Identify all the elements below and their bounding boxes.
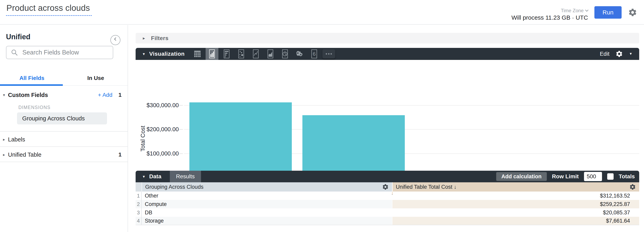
plot-area [184,99,639,178]
dimension-cell[interactable]: Compute [142,200,392,208]
process-info-text: Will process 11.23 GB · UTC [512,14,588,21]
y-tick-mark [179,105,183,105]
tab-results[interactable]: Results [170,171,201,182]
filters-section-header[interactable]: ▸ Filters [136,33,639,44]
viz-edit-button[interactable]: Edit [600,51,610,57]
top-bar: Product across clouds Time Zone Will pro… [0,0,644,25]
viz-type-line-icon[interactable] [250,48,262,60]
results-table: Grouping Across Clouds Unified Table Tot… [136,182,639,225]
viz-type-column-icon[interactable] [206,48,218,60]
row-number: 2 [136,200,142,208]
table-row: 1Other$312,163.52 [136,191,639,200]
column-header-label: Grouping Across Clouds [145,184,204,190]
search-input[interactable] [22,49,113,56]
custom-fields-count: 1 [112,92,128,98]
run-button[interactable]: Run [594,6,622,19]
chart-bar-compute[interactable] [302,115,405,178]
visualization-label: Visualization [149,51,184,57]
dimension-cell[interactable]: Other [142,191,392,200]
row-number: 4 [136,217,142,225]
unified-table-section-header[interactable]: ▸ Unified Table 1 [0,149,128,161]
dimensions-group-label: DIMENSIONS [18,105,50,110]
data-label: Data [149,173,162,180]
add-custom-field-button[interactable]: + Add [98,92,112,98]
y-tick-mark [179,129,183,130]
caret-down-icon: ▾ [143,174,145,179]
caret-down-icon[interactable]: ▾ [0,92,8,97]
viz-type-map-icon[interactable] [293,48,306,60]
viz-type-pie-icon[interactable] [278,48,292,60]
viz-type-single-value-icon[interactable]: 6 [308,48,320,60]
viz-type-scatter-icon[interactable] [235,48,248,60]
chart-bar-other[interactable] [190,102,292,178]
row-limit-input[interactable] [584,172,602,181]
collapse-sidebar-button[interactable] [110,35,120,45]
chevron-left-icon [114,38,118,41]
measure-cell[interactable]: $259,225.87 [392,200,639,208]
totals-label: Totals [619,173,635,180]
row-number: 1 [136,191,142,200]
visualization-collapse[interactable]: ▾ Visualization [143,48,184,60]
caret-right-icon[interactable]: ▸ [0,152,8,157]
page-title[interactable]: Product across clouds [6,3,92,16]
field-picker-sidebar: Unified All Fields In Use ▾ Custom Field… [0,25,128,232]
data-section-header: ▾ Data Results Add calculation Row Limit… [136,171,639,182]
column-header-unified-table-total-cost[interactable]: Unified Table Total Cost ↓ [392,182,639,191]
column-gear-icon[interactable] [382,183,389,190]
y-axis-labels: $0.00$100,000.00$200,000.00$300,000.00 [136,99,179,178]
tab-all-fields[interactable]: All Fields [0,71,64,85]
data-collapse[interactable]: ▾ Data [136,173,162,180]
y-tick-label: $100,000.00 [136,150,179,157]
custom-fields-label: Custom Fields [8,92,48,98]
row-limit-label: Row Limit [552,173,579,180]
viz-settings-gear-icon[interactable] [616,50,623,58]
measure-cell[interactable]: $7,661.64 [392,217,639,225]
viz-type-more-button[interactable] [322,49,335,58]
row-number-header [136,182,142,191]
divider [0,147,128,147]
field-tabs: All Fields In Use [0,71,128,86]
time-zone-dropdown[interactable]: Time Zone [512,8,588,14]
svg-text:6: 6 [313,51,316,57]
dimension-cell[interactable]: Storage [142,217,392,225]
settings-gear-icon[interactable] [628,8,637,17]
unified-table-label: Unified Table [8,152,42,158]
query-info: Time Zone Will process 11.23 GB · UTC [512,4,588,21]
measure-cell[interactable]: $20,085.37 [392,208,639,217]
column-header-grouping-across-clouds[interactable]: Grouping Across Clouds [142,182,392,191]
labels-label: Labels [8,136,25,143]
labels-section-header[interactable]: ▸ Labels [0,134,128,145]
explore-page: Product across clouds Time Zone Will pro… [0,0,644,232]
bar-chart: Total Cost $0.00$100,000.00$200,000.00$3… [136,60,639,171]
column-gear-icon[interactable] [629,183,636,190]
table-row: 3DB$20,085.37 [136,208,639,217]
filters-label: Filters [151,35,168,42]
y-tick-mark [179,154,183,154]
dimension-cell[interactable]: DB [142,208,392,217]
totals-checkbox[interactable] [607,173,614,180]
chevron-down-icon [585,8,588,12]
search-icon [11,49,18,56]
time-zone-label: Time Zone [561,8,584,14]
viz-type-bar-icon[interactable] [220,48,233,60]
viz-type-table-icon[interactable] [191,48,204,60]
y-tick-label: $200,000.00 [136,126,179,133]
table-header-row: Grouping Across Clouds Unified Table Tot… [136,182,639,191]
measure-cell[interactable]: $312,163.52 [392,191,639,200]
visualization-section-header: ▾ Visualization [136,48,639,60]
divider [0,162,128,162]
tab-in-use[interactable]: In Use [64,71,128,85]
caret-down-icon: ▾ [143,52,145,56]
field-grouping-across-clouds[interactable]: Grouping Across Clouds [17,112,107,125]
viz-settings-caret-icon[interactable]: ▼ [629,52,632,56]
custom-fields-section-header[interactable]: ▾ Custom Fields + Add 1 [0,89,128,101]
add-calculation-button[interactable]: Add calculation [496,172,547,181]
active-tab-indicator [0,84,63,86]
main-content: ▸ Filters ▾ Visualization [136,25,644,232]
caret-right-icon[interactable]: ▸ [0,137,8,142]
column-header-label: Unified Table Total Cost ↓ [396,184,456,190]
viz-type-switcher: 6 [191,48,335,60]
field-search-box [6,46,113,59]
row-number: 3 [136,208,142,217]
viz-type-area-icon[interactable] [264,48,277,60]
